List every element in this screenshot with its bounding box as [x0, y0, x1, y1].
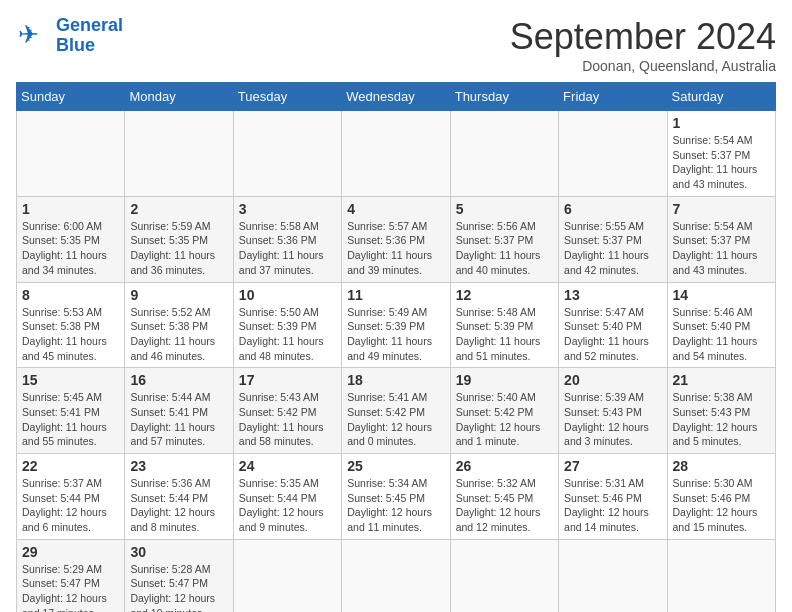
- day-number: 27: [564, 458, 661, 474]
- day-number: 16: [130, 372, 227, 388]
- calendar-cell: 4Sunrise: 5:57 AMSunset: 5:36 PMDaylight…: [342, 196, 450, 282]
- day-info: Sunrise: 5:46 AMSunset: 5:40 PMDaylight:…: [673, 305, 770, 364]
- day-number: 28: [673, 458, 770, 474]
- calendar-cell: 7Sunrise: 5:54 AMSunset: 5:37 PMDaylight…: [667, 196, 775, 282]
- calendar-cell: 3Sunrise: 5:58 AMSunset: 5:36 PMDaylight…: [233, 196, 341, 282]
- day-info: Sunrise: 5:50 AMSunset: 5:39 PMDaylight:…: [239, 305, 336, 364]
- day-number: 1: [673, 115, 770, 131]
- calendar-cell: [667, 539, 775, 612]
- day-number: 9: [130, 287, 227, 303]
- calendar-cell: 11Sunrise: 5:49 AMSunset: 5:39 PMDayligh…: [342, 282, 450, 368]
- logo: ✈ GeneralBlue: [16, 16, 123, 56]
- calendar-week-6: 29Sunrise: 5:29 AMSunset: 5:47 PMDayligh…: [17, 539, 776, 612]
- day-number: 29: [22, 544, 119, 560]
- calendar-cell: 27Sunrise: 5:31 AMSunset: 5:46 PMDayligh…: [559, 454, 667, 540]
- day-number: 10: [239, 287, 336, 303]
- calendar-cell: 17Sunrise: 5:43 AMSunset: 5:42 PMDayligh…: [233, 368, 341, 454]
- day-info: Sunrise: 5:28 AMSunset: 5:47 PMDaylight:…: [130, 562, 227, 612]
- calendar-cell: [17, 111, 125, 197]
- day-info: Sunrise: 5:40 AMSunset: 5:42 PMDaylight:…: [456, 390, 553, 449]
- day-number: 24: [239, 458, 336, 474]
- day-info: Sunrise: 6:00 AMSunset: 5:35 PMDaylight:…: [22, 219, 119, 278]
- calendar-cell: [233, 111, 341, 197]
- calendar-cell: 1Sunrise: 6:00 AMSunset: 5:35 PMDaylight…: [17, 196, 125, 282]
- day-number: 13: [564, 287, 661, 303]
- day-number: 25: [347, 458, 444, 474]
- day-number: 19: [456, 372, 553, 388]
- calendar-week-5: 22Sunrise: 5:37 AMSunset: 5:44 PMDayligh…: [17, 454, 776, 540]
- title-block: September 2024 Doonan, Queensland, Austr…: [510, 16, 776, 74]
- day-number: 12: [456, 287, 553, 303]
- day-number: 15: [22, 372, 119, 388]
- calendar-cell: 1Sunrise: 5:54 AMSunset: 5:37 PMDaylight…: [667, 111, 775, 197]
- calendar-cell: 16Sunrise: 5:44 AMSunset: 5:41 PMDayligh…: [125, 368, 233, 454]
- logo-icon: ✈: [16, 18, 52, 54]
- day-info: Sunrise: 5:41 AMSunset: 5:42 PMDaylight:…: [347, 390, 444, 449]
- calendar-cell: [233, 539, 341, 612]
- day-info: Sunrise: 5:45 AMSunset: 5:41 PMDaylight:…: [22, 390, 119, 449]
- day-number: 17: [239, 372, 336, 388]
- day-info: Sunrise: 5:52 AMSunset: 5:38 PMDaylight:…: [130, 305, 227, 364]
- calendar-cell: 6Sunrise: 5:55 AMSunset: 5:37 PMDaylight…: [559, 196, 667, 282]
- svg-text:✈: ✈: [18, 20, 39, 48]
- day-number: 22: [22, 458, 119, 474]
- weekday-header-row: SundayMondayTuesdayWednesdayThursdayFrid…: [17, 83, 776, 111]
- location: Doonan, Queensland, Australia: [510, 58, 776, 74]
- calendar-cell: 5Sunrise: 5:56 AMSunset: 5:37 PMDaylight…: [450, 196, 558, 282]
- day-info: Sunrise: 5:48 AMSunset: 5:39 PMDaylight:…: [456, 305, 553, 364]
- page-header: ✈ GeneralBlue September 2024 Doonan, Que…: [16, 16, 776, 74]
- calendar-cell: 18Sunrise: 5:41 AMSunset: 5:42 PMDayligh…: [342, 368, 450, 454]
- calendar-cell: 9Sunrise: 5:52 AMSunset: 5:38 PMDaylight…: [125, 282, 233, 368]
- day-info: Sunrise: 5:32 AMSunset: 5:45 PMDaylight:…: [456, 476, 553, 535]
- day-number: 26: [456, 458, 553, 474]
- calendar-cell: [559, 111, 667, 197]
- calendar-week-1: 1Sunrise: 5:54 AMSunset: 5:37 PMDaylight…: [17, 111, 776, 197]
- day-info: Sunrise: 5:37 AMSunset: 5:44 PMDaylight:…: [22, 476, 119, 535]
- calendar-cell: 26Sunrise: 5:32 AMSunset: 5:45 PMDayligh…: [450, 454, 558, 540]
- weekday-header-monday: Monday: [125, 83, 233, 111]
- day-info: Sunrise: 5:53 AMSunset: 5:38 PMDaylight:…: [22, 305, 119, 364]
- day-number: 14: [673, 287, 770, 303]
- day-info: Sunrise: 5:54 AMSunset: 5:37 PMDaylight:…: [673, 133, 770, 192]
- day-number: 3: [239, 201, 336, 217]
- calendar-cell: 23Sunrise: 5:36 AMSunset: 5:44 PMDayligh…: [125, 454, 233, 540]
- day-info: Sunrise: 5:44 AMSunset: 5:41 PMDaylight:…: [130, 390, 227, 449]
- calendar-week-4: 15Sunrise: 5:45 AMSunset: 5:41 PMDayligh…: [17, 368, 776, 454]
- calendar-cell: [450, 539, 558, 612]
- day-info: Sunrise: 5:29 AMSunset: 5:47 PMDaylight:…: [22, 562, 119, 612]
- calendar-cell: 12Sunrise: 5:48 AMSunset: 5:39 PMDayligh…: [450, 282, 558, 368]
- day-info: Sunrise: 5:57 AMSunset: 5:36 PMDaylight:…: [347, 219, 444, 278]
- day-number: 18: [347, 372, 444, 388]
- day-info: Sunrise: 5:58 AMSunset: 5:36 PMDaylight:…: [239, 219, 336, 278]
- weekday-header-tuesday: Tuesday: [233, 83, 341, 111]
- day-info: Sunrise: 5:47 AMSunset: 5:40 PMDaylight:…: [564, 305, 661, 364]
- day-info: Sunrise: 5:54 AMSunset: 5:37 PMDaylight:…: [673, 219, 770, 278]
- weekday-header-sunday: Sunday: [17, 83, 125, 111]
- month-title: September 2024: [510, 16, 776, 58]
- weekday-header-wednesday: Wednesday: [342, 83, 450, 111]
- calendar-cell: [450, 111, 558, 197]
- calendar-cell: 14Sunrise: 5:46 AMSunset: 5:40 PMDayligh…: [667, 282, 775, 368]
- calendar-cell: [125, 111, 233, 197]
- weekday-header-saturday: Saturday: [667, 83, 775, 111]
- day-info: Sunrise: 5:59 AMSunset: 5:35 PMDaylight:…: [130, 219, 227, 278]
- calendar-cell: 15Sunrise: 5:45 AMSunset: 5:41 PMDayligh…: [17, 368, 125, 454]
- calendar-cell: 21Sunrise: 5:38 AMSunset: 5:43 PMDayligh…: [667, 368, 775, 454]
- day-number: 21: [673, 372, 770, 388]
- day-info: Sunrise: 5:56 AMSunset: 5:37 PMDaylight:…: [456, 219, 553, 278]
- calendar-cell: 8Sunrise: 5:53 AMSunset: 5:38 PMDaylight…: [17, 282, 125, 368]
- day-info: Sunrise: 5:39 AMSunset: 5:43 PMDaylight:…: [564, 390, 661, 449]
- day-info: Sunrise: 5:34 AMSunset: 5:45 PMDaylight:…: [347, 476, 444, 535]
- calendar-cell: 28Sunrise: 5:30 AMSunset: 5:46 PMDayligh…: [667, 454, 775, 540]
- day-info: Sunrise: 5:30 AMSunset: 5:46 PMDaylight:…: [673, 476, 770, 535]
- calendar-cell: 13Sunrise: 5:47 AMSunset: 5:40 PMDayligh…: [559, 282, 667, 368]
- day-number: 11: [347, 287, 444, 303]
- day-number: 30: [130, 544, 227, 560]
- day-info: Sunrise: 5:31 AMSunset: 5:46 PMDaylight:…: [564, 476, 661, 535]
- calendar-week-3: 8Sunrise: 5:53 AMSunset: 5:38 PMDaylight…: [17, 282, 776, 368]
- calendar-cell: 24Sunrise: 5:35 AMSunset: 5:44 PMDayligh…: [233, 454, 341, 540]
- day-number: 20: [564, 372, 661, 388]
- calendar-cell: 19Sunrise: 5:40 AMSunset: 5:42 PMDayligh…: [450, 368, 558, 454]
- day-number: 1: [22, 201, 119, 217]
- day-info: Sunrise: 5:35 AMSunset: 5:44 PMDaylight:…: [239, 476, 336, 535]
